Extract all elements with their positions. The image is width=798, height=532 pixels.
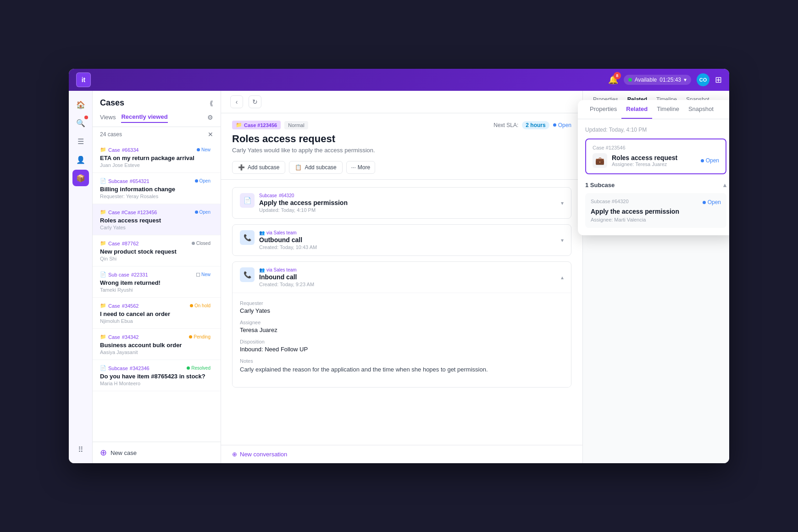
popup-tab-related[interactable]: Related xyxy=(621,100,652,119)
add-subcase-button-1[interactable]: ➕ Add subcase xyxy=(232,161,285,174)
requester-label: Requester xyxy=(240,300,564,306)
action-bar: ➕ Add subcase 📋 Add subcase ··· More xyxy=(221,161,582,180)
sidebar-item-grid[interactable]: ⠿ xyxy=(72,441,89,458)
notes-field: Notes Carly explained the reason for the… xyxy=(240,358,564,374)
status-dot xyxy=(703,201,706,204)
main-case-info: Roles access request Assignee: Teresa Ju… xyxy=(612,154,696,167)
avatar[interactable]: CO xyxy=(697,73,709,86)
disposition-value: Inbound: Need Follow UP xyxy=(240,346,564,353)
case-type-icon: 📁 xyxy=(100,209,106,215)
plus-icon: ⊕ xyxy=(100,448,107,458)
conv-left: 📞 👥 via Sales team Inbound call Created:… xyxy=(240,267,314,287)
new-case-button[interactable]: ⊕ New case xyxy=(100,448,137,458)
content-footer: ⊕ New conversation xyxy=(221,445,582,463)
notification-badge: 8 xyxy=(614,72,621,79)
grid-icon[interactable]: ⊞ xyxy=(715,75,722,85)
popup-tab-snapshot[interactable]: Snapshot xyxy=(684,100,718,119)
new-conv-label: New conversation xyxy=(240,451,287,458)
back-button[interactable]: ‹ xyxy=(230,95,243,108)
cases-header: Cases ⟪ xyxy=(93,91,221,111)
subcase-item[interactable]: Subcase #64320 Open Apply the access per… xyxy=(585,193,726,228)
status-badge: Pending xyxy=(186,333,213,340)
list-item[interactable]: 📄 Subcase #654321 Open Billing informati… xyxy=(93,173,221,204)
sidebar-bottom: ⠿ xyxy=(72,441,89,458)
requester-field: Requester Carly Yates xyxy=(240,300,564,314)
list-item[interactable]: 📄 Subcase #342346 Resolved Do you have i… xyxy=(93,360,221,391)
new-conv-plus-icon: ⊕ xyxy=(232,451,237,458)
list-item[interactable]: 📄 Sub case #22331 New Wrong item returne… xyxy=(93,266,221,298)
sla-time: 2 hours xyxy=(522,121,549,129)
list-item[interactable]: 📁 Case #34342 Pending Business account b… xyxy=(93,329,221,360)
open-status-badge: Open xyxy=(553,122,571,128)
conv-name: Inbound call xyxy=(259,273,314,281)
subcase-section: 1 Subcase ▴ Subcase #64320 Open xyxy=(585,182,726,228)
tab-views[interactable]: Views xyxy=(100,112,116,122)
sidebar-item-contacts[interactable]: 👤 xyxy=(72,151,89,168)
conv-card-header[interactable]: 📄 Subcase #64320 Apply the access permis… xyxy=(233,188,571,218)
conversation-card: 📄 Subcase #64320 Apply the access permis… xyxy=(232,187,571,219)
cases-footer[interactable]: ⊕ New case xyxy=(93,442,221,463)
status-dot xyxy=(189,335,192,338)
case-item-header: 📁 Case #34562 On hold xyxy=(100,302,213,309)
top-navigation: it 🔔 8 Available 01:25:43 ▾ CO ⊞ xyxy=(69,69,729,91)
sidebar-item-search[interactable]: 🔍 xyxy=(72,115,89,131)
via-icon: 👥 xyxy=(259,230,265,235)
conv-time: Updated: Today, 4:10 PM xyxy=(259,207,348,213)
add-subcase-button-2[interactable]: 📋 Add subcase xyxy=(289,161,342,174)
case-detail-area: 📁 Case #123456 Normal Next SLA: 2 hours … xyxy=(221,113,582,463)
case-name: Do you have item #8765423 in stock? xyxy=(100,373,213,380)
refresh-button[interactable]: ↻ xyxy=(249,95,261,108)
content-toolbar: ‹ ↻ xyxy=(221,91,582,113)
close-filter-button[interactable]: ✕ xyxy=(208,131,213,138)
cases-count: 24 cases xyxy=(100,131,122,138)
case-type-icon: 📁 xyxy=(100,147,106,153)
status-label: Available xyxy=(635,77,657,83)
sidebar-item-cases[interactable]: 📦 xyxy=(72,170,89,186)
case-detail-title: Roles access request xyxy=(232,133,571,145)
main-case-card[interactable]: Case #123546 💼 Roles access request Assi… xyxy=(585,139,726,174)
case-id: 📄 Sub case #22331 xyxy=(100,272,148,277)
popup-tab-properties[interactable]: Properties xyxy=(585,100,621,119)
case-name: ETA on my return package arrival xyxy=(100,155,213,161)
subcase-section-header: 1 Subcase ▴ xyxy=(585,182,726,188)
via-icon: 👥 xyxy=(259,267,265,272)
more-button[interactable]: ··· More xyxy=(346,161,375,174)
case-item-header: 📄 Sub case #22331 New xyxy=(100,271,213,278)
assignee-field: Assignee Teresa Juarez xyxy=(240,320,564,333)
conv-card-header[interactable]: 📞 👥 via Sales team Inbound call Created:… xyxy=(233,262,571,293)
case-requester: Njimoluh Ebua xyxy=(100,318,213,324)
collapse-button[interactable]: ⟪ xyxy=(210,100,213,107)
notifications-bell[interactable]: 🔔 8 xyxy=(608,75,618,85)
status-dot xyxy=(701,159,704,162)
popup-tab-timeline[interactable]: Timeline xyxy=(652,100,684,119)
list-item[interactable]: 📁 Case #Case #123456 Open Roles access r… xyxy=(93,204,221,235)
list-item[interactable]: 📁 Case #87762 Closed New product stock r… xyxy=(93,235,221,266)
case-id: 📁 Case #Case #123456 xyxy=(100,209,157,215)
new-conversation-button[interactable]: ⊕ New conversation xyxy=(232,451,287,458)
conv-meta: Subcase #64320 Apply the access permissi… xyxy=(259,193,348,213)
chevron-up-icon: ▴ xyxy=(561,274,564,281)
subcase-status: Open xyxy=(703,199,721,205)
conv-card-header[interactable]: 📞 👥 via Sales team Outbound call Created… xyxy=(233,225,571,255)
tab-recently-viewed[interactable]: Recently viewed xyxy=(121,111,167,123)
sidebar-item-home[interactable]: 🏠 xyxy=(72,96,89,113)
cases-tabs: Views Recently viewed ⚙ xyxy=(93,111,221,127)
case-item-header: 📄 Subcase #654321 Open xyxy=(100,177,213,184)
case-requester: Juan Jose Esteve xyxy=(100,162,213,168)
settings-icon[interactable]: ⚙ xyxy=(207,114,213,121)
status-pill[interactable]: Available 01:25:43 ▾ xyxy=(624,75,691,85)
list-item[interactable]: 📁 Case #66334 New ETA on my return packa… xyxy=(93,142,221,173)
conv-time: Created: Today, 10:43 AM xyxy=(259,244,317,250)
conversations-area: 📄 Subcase #64320 Apply the access permis… xyxy=(221,180,582,445)
list-item[interactable]: 📁 Case #34562 On hold I need to cancel a… xyxy=(93,298,221,329)
conv-left: 📞 👥 via Sales team Outbound call Created… xyxy=(240,230,317,250)
subcase-row: Subcase #64320 Open xyxy=(591,199,721,206)
case-type-icon: 📄 xyxy=(100,272,106,277)
case-requester: Tameki Ryushi xyxy=(100,287,213,293)
status-time: 01:25:43 xyxy=(659,77,681,83)
app-logo[interactable]: it xyxy=(76,72,91,87)
conv-subtitle: 👥 via Sales team xyxy=(259,230,317,235)
sidebar-item-list[interactable]: ☰ xyxy=(72,133,89,150)
case-number-tag: 📁 Case #123456 xyxy=(232,121,281,129)
case-id: 📄 Subcase #342346 xyxy=(100,365,150,371)
